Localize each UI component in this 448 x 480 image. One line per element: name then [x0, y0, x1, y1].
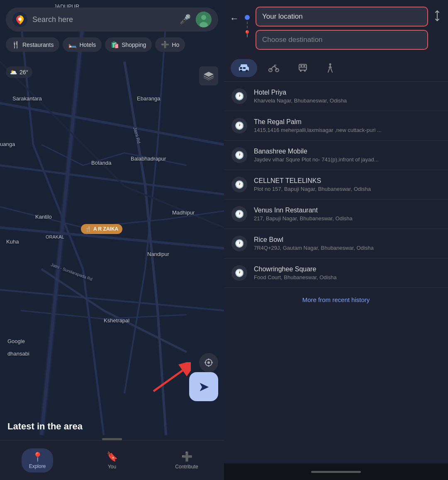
swap-icon: [432, 10, 442, 22]
latest-in-area: Latest in the area: [0, 414, 224, 439]
hotel-icon: 🛏️: [68, 41, 77, 49]
layers-button[interactable]: [199, 66, 218, 85]
weather-icon: 🌥️: [10, 69, 17, 76]
history-text-2: Banashree Mobile Jaydev vihar Squre Plot…: [254, 148, 441, 163]
svg-point-10: [207, 361, 210, 364]
explore-label: Explore: [29, 463, 46, 469]
map-label-sarakantara: Sarakantara: [12, 95, 42, 102]
chip-label: Ho: [172, 41, 179, 48]
origin-input[interactable]: Your location: [256, 7, 428, 27]
map-background: [0, 0, 224, 480]
map-label-madhipur: Madhipur: [172, 210, 195, 216]
history-subtitle-3: Plot no 157, Bapuji Nagar, Bhubaneswar, …: [254, 186, 441, 192]
history-subtitle-6: Food Court, Bhubaneswar, Odisha: [254, 274, 441, 280]
map-label-kuha: Kuha: [6, 239, 19, 245]
dot-line-2: [247, 26, 248, 28]
direction-header: ← 📍 Your location Choose destination: [224, 0, 448, 55]
map-label-google: Google: [7, 338, 25, 344]
history-text-1: The Regal Palm 1415,1416 meherpalli,laxm…: [254, 118, 441, 133]
history-item-3[interactable]: 🕐 CELLNET TELELINKS Plot no 157, Bapuji …: [224, 170, 448, 200]
map-label-orakal: ORAKAL: [46, 234, 64, 239]
chip-shopping[interactable]: 🛍️ Shopping: [105, 37, 152, 52]
clock-icon-0: 🕐: [231, 88, 247, 104]
svg-rect-22: [243, 67, 246, 69]
navigation-fab[interactable]: ➤: [189, 372, 218, 401]
history-subtitle-4: 217, Bapuji Nagar, Bhubaneswar, Odisha: [254, 215, 441, 222]
weather-temp: 26°: [19, 69, 28, 76]
you-icon: 🔖: [107, 451, 118, 462]
history-item-0[interactable]: 🕐 Hotel Priya Kharvela Nagar, Bhubaneswa…: [224, 82, 448, 111]
map-label-botanda: Botanda: [91, 160, 111, 166]
locate-button[interactable]: [199, 353, 218, 372]
mode-transit[interactable]: [290, 59, 315, 77]
more-icon: ➕: [161, 41, 169, 49]
svg-rect-31: [300, 65, 302, 67]
back-button[interactable]: ←: [230, 13, 239, 24]
clock-icon-6: 🕐: [231, 265, 247, 281]
mic-icon[interactable]: 🎤: [180, 14, 191, 25]
search-placeholder: Search here: [32, 15, 175, 24]
search-bar[interactable]: Search here 🎤: [6, 7, 218, 32]
history-subtitle-5: 7R4Q+29J, Gautam Nagar, Bhubaneswar, Odi…: [254, 245, 441, 251]
chip-restaurants[interactable]: 🍴 Restaurants: [6, 37, 59, 52]
svg-rect-21: [240, 67, 242, 69]
chip-more[interactable]: ➕ Ho: [155, 37, 185, 52]
contribute-label: Contribute: [175, 464, 198, 470]
more-history-button[interactable]: More from recent history: [224, 288, 448, 312]
history-item-5[interactable]: 🕐 Rice Bowl 7R4Q+29J, Gautam Nagar, Bhub…: [224, 229, 448, 258]
chip-hotels[interactable]: 🛏️ Hotels: [63, 37, 102, 52]
svg-point-20: [246, 70, 248, 72]
red-arrow-indicator: [149, 362, 191, 397]
clock-icon-4: 🕐: [231, 206, 247, 222]
map-label-balabhadrapur: Balabhadrapur: [131, 156, 166, 162]
clock-icon-5: 🕐: [231, 236, 247, 251]
explore-icon: 📍: [32, 452, 43, 463]
mode-motorcycle[interactable]: [261, 59, 287, 77]
more-history-label: More from recent history: [302, 296, 370, 303]
history-subtitle-2: Jaydev vihar Squre Plot no- 741(p),infro…: [254, 156, 441, 163]
map-label-nandipur: Nandipur: [147, 251, 169, 257]
nav-you[interactable]: 🔖 You: [75, 451, 149, 470]
chip-label: Hotels: [79, 41, 96, 48]
user-avatar[interactable]: [196, 12, 212, 27]
transport-mode-selector: [224, 55, 448, 82]
history-item-6[interactable]: 🕐 Chowringhee Square Food Court, Bhubane…: [224, 258, 448, 288]
destination-text: Choose destination: [262, 36, 323, 44]
svg-rect-25: [299, 64, 307, 70]
weather-badge: 🌥️ 26°: [6, 66, 32, 78]
history-text-3: CELLNET TELELINKS Plot no 157, Bapuji Na…: [254, 177, 441, 192]
destination-input[interactable]: Choose destination: [256, 30, 428, 50]
nav-contribute[interactable]: ➕ Contribute: [149, 451, 224, 470]
origin-dot: [245, 15, 250, 20]
directions-icon: ➤: [198, 379, 209, 395]
clock-icon-1: 🕐: [231, 118, 247, 134]
history-title-3: CELLNET TELELINKS: [254, 177, 441, 185]
history-item-1[interactable]: 🕐 The Regal Palm 1415,1416 meherpalli,la…: [224, 111, 448, 141]
svg-point-2: [18, 17, 22, 21]
walk-icon: [326, 63, 334, 73]
history-item-2[interactable]: 🕐 Banashree Mobile Jaydev vihar Squre Pl…: [224, 141, 448, 170]
mode-car[interactable]: [231, 59, 257, 77]
svg-rect-32: [303, 65, 305, 67]
svg-point-33: [329, 63, 331, 66]
bottom-nav: 📍 Explore 🔖 You ➕ Contribute: [0, 440, 224, 480]
motorcycle-icon: [268, 63, 280, 73]
swap-button[interactable]: [432, 10, 442, 24]
bottom-indicator: [224, 463, 448, 480]
history-text-6: Chowringhee Square Food Court, Bhubanesw…: [254, 266, 441, 280]
history-title-0: Hotel Priya: [254, 89, 441, 96]
ar-zaika-marker[interactable]: 🍴 A R ZAIKA: [81, 224, 122, 234]
history-list: 🕐 Hotel Priya Kharvela Nagar, Bhubaneswa…: [224, 82, 448, 463]
directions-panel: ← 📍 Your location Choose destination: [224, 0, 448, 480]
car-icon: [238, 63, 250, 73]
clock-icon-3: 🕐: [231, 177, 247, 192]
history-item-4[interactable]: 🕐 Venus Inn Restaurant 217, Bapuji Nagar…: [224, 200, 448, 229]
filter-chips: 🍴 Restaurants 🛏️ Hotels 🛍️ Shopping ➕ Ho: [0, 37, 224, 52]
history-subtitle-0: Kharvela Nagar, Bhubaneswar, Odisha: [254, 97, 441, 104]
nav-explore[interactable]: 📍 Explore: [0, 448, 75, 473]
history-text-5: Rice Bowl 7R4Q+29J, Gautam Nagar, Bhuban…: [254, 236, 441, 251]
direction-inputs: Your location Choose destination: [256, 7, 428, 50]
map-panel: Search here 🎤 🍴 Restaurants 🛏️ Hotels 🛍️…: [0, 0, 224, 480]
mode-walk[interactable]: [319, 59, 342, 77]
clock-icon-2: 🕐: [231, 147, 247, 163]
